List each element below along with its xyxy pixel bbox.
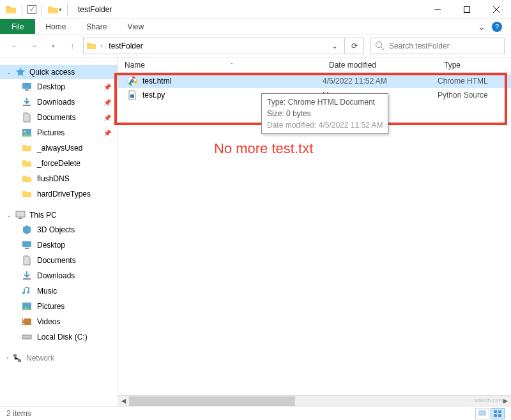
search-placeholder: Search testFolder: [389, 41, 450, 50]
desktop-icon: [22, 82, 32, 92]
ribbon-tabs: File Home Share View ⌄ ?: [0, 19, 511, 34]
help-icon[interactable]: ?: [492, 22, 502, 32]
icons-view-button[interactable]: [491, 408, 505, 419]
navigation-pane: ⌄ Quick access Desktop📌 Downloads📌 Docum…: [0, 57, 118, 406]
svg-rect-7: [16, 211, 25, 217]
column-name[interactable]: Name⌃: [118, 61, 323, 70]
svg-point-1: [376, 41, 382, 47]
sidebar-item-pictures-pc[interactable]: Pictures: [0, 299, 118, 314]
column-date[interactable]: Date modified: [323, 61, 438, 70]
sidebar-item-videos[interactable]: Videos: [0, 314, 118, 329]
sidebar-item-documents[interactable]: Documents📌: [0, 110, 118, 125]
recent-dropdown[interactable]: ▾: [45, 38, 61, 54]
downloads-icon: [22, 97, 32, 107]
sidebar-item-flushdns[interactable]: flushDNS: [0, 171, 118, 186]
window-title: testFolder: [78, 5, 112, 14]
folder-icon: [22, 143, 32, 153]
address-bar[interactable]: › testFolder ⌄: [83, 38, 345, 54]
refresh-button[interactable]: ⟳: [345, 38, 364, 54]
svg-rect-2: [22, 83, 31, 89]
column-type[interactable]: Type: [438, 61, 511, 70]
home-tab[interactable]: Home: [35, 19, 76, 34]
maximize-button[interactable]: [452, 0, 482, 19]
folder-icon: [5, 4, 17, 15]
folder-icon: [22, 174, 32, 184]
chevron-right-icon[interactable]: ›: [100, 42, 102, 49]
sidebar-item-alwaysused[interactable]: _alwaysUsed: [0, 140, 118, 156]
sidebar-item-pictures[interactable]: Pictures📌: [0, 125, 118, 140]
network-header[interactable]: › Network: [0, 351, 118, 365]
status-bar: 2 items: [0, 406, 511, 420]
svg-rect-9: [22, 241, 31, 247]
up-button[interactable]: ↑: [64, 38, 80, 54]
search-input[interactable]: Search testFolder: [370, 38, 505, 54]
pictures-icon: [22, 128, 32, 138]
svg-rect-23: [498, 410, 501, 413]
sidebar-item-forcedelete[interactable]: _forceDelete: [0, 156, 118, 171]
pin-icon: 📌: [103, 130, 111, 137]
share-tab[interactable]: Share: [76, 19, 117, 34]
folder-icon: [22, 158, 32, 169]
search-icon: [375, 41, 385, 51]
file-list-pane: Name⌃ Date modified Type test.html 4/5/2…: [118, 57, 511, 406]
watermark: wsxdn.com: [475, 397, 503, 403]
svg-rect-10: [25, 248, 29, 249]
svg-rect-21: [130, 94, 134, 98]
quick-access-header[interactable]: ⌄ Quick access: [0, 65, 118, 79]
python-file-icon: [127, 90, 137, 100]
svg-rect-11: [23, 278, 31, 280]
folder-icon: [86, 41, 96, 51]
address-dropdown-icon[interactable]: ⌄: [328, 41, 342, 50]
videos-icon: [22, 317, 32, 327]
network-icon: [12, 353, 22, 363]
ribbon-collapse-icon[interactable]: ⌄: [478, 22, 485, 32]
pin-icon: 📌: [103, 84, 111, 91]
scroll-left-icon[interactable]: ◄: [118, 396, 129, 406]
sidebar-item-harddrivetypes[interactable]: hardDriveTypes: [0, 186, 118, 202]
pin-icon: 📌: [103, 114, 111, 121]
folder-icon: [22, 189, 32, 199]
qat-dropdown-icon[interactable]: ▾: [59, 6, 62, 13]
horizontal-scrollbar[interactable]: ◄ ►: [118, 395, 511, 406]
annotation-text: No more test.txt: [214, 140, 313, 157]
sidebar-item-desktop[interactable]: Desktop📌: [0, 79, 118, 94]
svg-rect-22: [494, 410, 497, 413]
file-tab[interactable]: File: [0, 19, 35, 34]
sidebar-item-music[interactable]: Music: [0, 283, 118, 299]
sidebar-item-localdisk[interactable]: Local Disk (C:): [0, 329, 118, 345]
svg-point-6: [24, 131, 26, 133]
close-button[interactable]: [482, 0, 511, 19]
sidebar-item-desktop-pc[interactable]: Desktop: [0, 237, 118, 253]
minimize-button[interactable]: [423, 0, 452, 19]
svg-rect-17: [13, 354, 17, 357]
tooltip: Type: Chrome HTML Document Size: 0 bytes…: [261, 93, 388, 134]
svg-rect-0: [464, 6, 470, 12]
forward-button[interactable]: →: [26, 38, 42, 54]
downloads-icon: [22, 271, 32, 281]
sidebar-item-downloads-pc[interactable]: Downloads: [0, 268, 118, 283]
back-button[interactable]: ←: [6, 38, 23, 54]
svg-rect-18: [18, 359, 21, 362]
disk-icon: [22, 332, 32, 342]
breadcrumb[interactable]: testFolder: [106, 41, 145, 50]
chrome-icon: [127, 76, 137, 86]
desktop-icon: [22, 240, 32, 250]
music-icon: [22, 286, 32, 296]
item-count: 2 items: [6, 409, 31, 418]
svg-rect-25: [498, 414, 501, 417]
pictures-icon: [22, 301, 32, 311]
scroll-thumb[interactable]: [129, 396, 295, 406]
documents-icon: [22, 255, 32, 266]
view-tab[interactable]: View: [117, 19, 154, 34]
folder-icon: [47, 4, 59, 15]
sidebar-item-documents-pc[interactable]: Documents: [0, 253, 118, 268]
sidebar-item-downloads[interactable]: Downloads📌: [0, 94, 118, 110]
file-row[interactable]: test.html 4/5/2022 11:52 AM Chrome HTML: [118, 74, 511, 88]
sidebar-item-3dobjects[interactable]: 3D Objects: [0, 222, 118, 237]
details-view-button[interactable]: [475, 408, 489, 419]
thispc-header[interactable]: ⌄ This PC: [0, 208, 118, 222]
properties-check-icon[interactable]: ✓: [27, 5, 36, 14]
svg-rect-8: [19, 218, 22, 219]
svg-rect-16: [22, 335, 31, 339]
star-icon: [15, 67, 26, 77]
